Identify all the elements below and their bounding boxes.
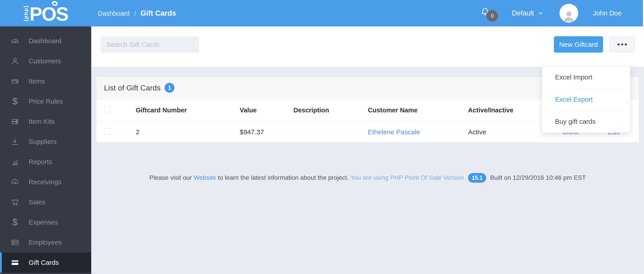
- logo-pos-text: POS: [30, 3, 68, 24]
- ellipsis-icon: [618, 44, 627, 46]
- register-selector[interactable]: Default: [512, 9, 543, 17]
- main-content: New Giftcard List of Gift Cards 1 Giftca…: [91, 27, 644, 274]
- sidebar-item-label: Sales: [28, 198, 46, 206]
- sidebar-item-reports[interactable]: Reports: [0, 152, 91, 172]
- column-header-description[interactable]: Description: [294, 107, 368, 114]
- logo-zone[interactable]: {php} POS: [0, 0, 91, 27]
- sidebar-item-item-kits[interactable]: Item Kits: [0, 112, 91, 132]
- search-input[interactable]: [100, 37, 199, 53]
- column-header-giftcard-number[interactable]: Giftcard Number: [136, 107, 240, 114]
- build-info: Built on 12/29/2016 10:46 pm EST: [490, 174, 586, 181]
- sidebar-item-label: Receivings: [28, 178, 62, 186]
- new-giftcard-button[interactable]: New Giftcard: [554, 36, 603, 53]
- count-badge: 1: [164, 83, 174, 93]
- website-link[interactable]: Website: [194, 174, 216, 181]
- select-all-checkbox[interactable]: [104, 106, 111, 113]
- sidebar-item-label: Suppliers: [28, 138, 56, 145]
- download-icon: [10, 137, 20, 146]
- logo-php-text: {php}: [23, 5, 28, 22]
- sidebar-item-label: Item Kits: [28, 118, 55, 125]
- page-title: Gift Cards: [140, 9, 176, 18]
- sidebar-item-sales[interactable]: Sales: [0, 192, 91, 212]
- panel-title: List of Gift Cards: [104, 84, 160, 92]
- gauge-icon: [10, 37, 20, 46]
- footer-text: to learn the latest information about th…: [218, 174, 348, 181]
- sidebar-item-receivings[interactable]: Receivings: [0, 172, 91, 192]
- dollar-icon: $: [10, 218, 20, 227]
- cell-value: $947.37: [240, 128, 294, 136]
- person-silhouette-icon: [562, 9, 576, 23]
- sidebar-item-items[interactable]: Items: [0, 71, 91, 91]
- sidebar-item-label: Reports: [28, 158, 52, 166]
- more-options-menu: Excel Import Excel Export Buy gift cards: [542, 66, 630, 133]
- box-icon: [10, 77, 20, 86]
- user-name[interactable]: John Doe: [593, 10, 622, 17]
- menu-item-excel-import[interactable]: Excel Import: [542, 66, 630, 88]
- menu-item-buy-gift-cards[interactable]: Buy gift cards: [542, 111, 630, 133]
- chevron-down-icon: [538, 10, 544, 16]
- scrollbar-track[interactable]: [643, 0, 644, 27]
- sidebar-item-gift-cards[interactable]: Gift Cards: [0, 252, 91, 273]
- header-right: 0 Default John Doe: [480, 4, 644, 23]
- sidebar-item-expenses[interactable]: $ Expenses: [0, 212, 91, 232]
- bar-chart-icon: [10, 157, 20, 166]
- register-selector-label: Default: [512, 9, 534, 17]
- customer-name-link[interactable]: Ethelene Pascale: [368, 128, 468, 136]
- sidebar-item-label: Items: [28, 78, 45, 85]
- version-link[interactable]: You are using PHP Point Of Sale Version: [350, 174, 464, 181]
- sidebar-item-employees[interactable]: Employees: [0, 232, 91, 252]
- column-header-customer-name[interactable]: Customer Name: [368, 107, 468, 114]
- sidebar: Dashboard Customers Items $ Price Rules …: [0, 27, 91, 274]
- dollar-icon: $: [10, 97, 20, 106]
- sidebar-item-dashboard[interactable]: Dashboard: [0, 31, 91, 51]
- sidebar-item-customers[interactable]: Customers: [0, 51, 91, 71]
- more-options-button[interactable]: [609, 37, 635, 52]
- version-badge: 15.1: [468, 173, 486, 183]
- menu-item-excel-export[interactable]: Excel Export: [542, 88, 630, 110]
- sidebar-item-price-rules[interactable]: $ Price Rules: [0, 91, 91, 112]
- sidebar-item-suppliers[interactable]: Suppliers: [0, 132, 91, 152]
- breadcrumb: Dashboard / Gift Cards: [98, 9, 176, 18]
- sidebar-item-label: Gift Cards: [28, 259, 59, 266]
- footer-note: Please visit our Website to learn the la…: [91, 173, 644, 183]
- cart-icon: [10, 198, 20, 207]
- person-icon: [10, 57, 20, 66]
- column-header-active-inactive[interactable]: Active/Inactive: [468, 107, 553, 114]
- cell-giftcard-number: 2: [136, 128, 240, 136]
- sidebar-item-label: Price Rules: [28, 98, 63, 105]
- row-checkbox[interactable]: [104, 128, 111, 135]
- id-card-icon: [10, 238, 20, 247]
- stacked-boxes-icon: [10, 117, 20, 126]
- phppos-logo: {php} POS: [23, 3, 68, 24]
- sidebar-item-label: Employees: [28, 239, 62, 246]
- sidebar-item-label: Dashboard: [28, 37, 62, 45]
- notifications-button[interactable]: 0: [480, 4, 492, 22]
- top-header: {php} POS Dashboard / Gift Cards 0 Defau…: [0, 0, 644, 27]
- row-checkbox-cell: [96, 128, 136, 136]
- avatar[interactable]: [560, 4, 578, 23]
- breadcrumb-separator: /: [134, 10, 136, 17]
- cloud-download-icon: [10, 177, 20, 186]
- toolbar: New Giftcard: [91, 27, 644, 67]
- cell-status: Active: [468, 128, 553, 136]
- footer-text: Please visit our: [149, 174, 192, 181]
- notification-count-badge: 0: [486, 10, 498, 22]
- breadcrumb-dashboard-link[interactable]: Dashboard: [98, 10, 130, 17]
- credit-card-icon: [10, 258, 20, 267]
- sidebar-item-label: Expenses: [28, 218, 58, 226]
- select-all-checkbox-cell: [96, 106, 136, 114]
- sidebar-item-label: Customers: [28, 57, 61, 65]
- column-header-value[interactable]: Value: [240, 107, 294, 114]
